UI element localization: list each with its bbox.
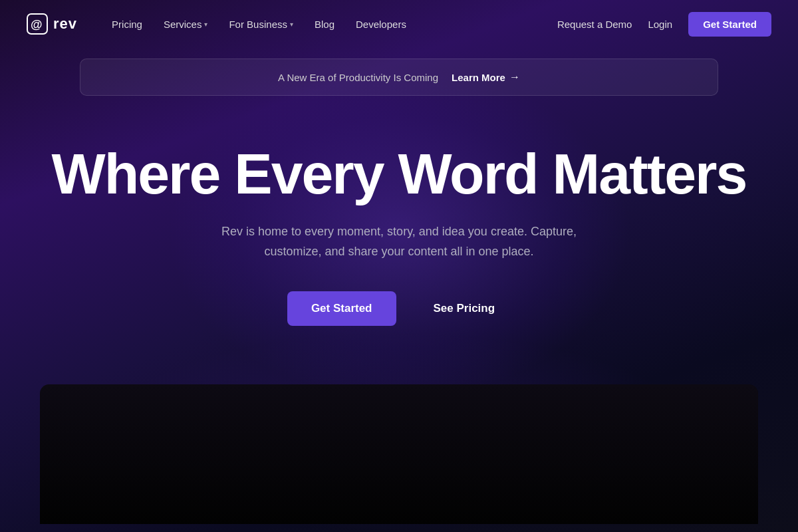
login-link[interactable]: Login bbox=[648, 19, 672, 30]
nav-link-services[interactable]: Services ▾ bbox=[156, 13, 216, 35]
logo-icon: @ bbox=[27, 13, 48, 35]
video-preview-area bbox=[40, 384, 758, 524]
logo-text: rev bbox=[53, 15, 77, 33]
nav-link-blog[interactable]: Blog bbox=[307, 13, 342, 35]
page-wrapper: @ rev Pricing Services ▾ For Business ▾ bbox=[0, 0, 798, 532]
announcement-banner: A New Era of Productivity Is Coming Lear… bbox=[80, 59, 718, 96]
chevron-down-icon: ▾ bbox=[204, 21, 207, 28]
navbar: @ rev Pricing Services ▾ For Business ▾ bbox=[0, 0, 798, 48]
get-started-nav-button[interactable]: Get Started bbox=[688, 12, 771, 37]
chevron-down-icon: ▾ bbox=[290, 21, 293, 28]
nav-link-developers[interactable]: Developers bbox=[348, 13, 414, 35]
nav-link-pricing[interactable]: Pricing bbox=[104, 13, 150, 35]
logo[interactable]: @ rev bbox=[27, 13, 77, 35]
svg-text:@: @ bbox=[31, 18, 43, 31]
see-pricing-link[interactable]: See Pricing bbox=[418, 291, 511, 326]
get-started-hero-button[interactable]: Get Started bbox=[287, 291, 396, 326]
nav-links: Pricing Services ▾ For Business ▾ Blog D… bbox=[104, 13, 414, 35]
hero-title: Where Every Word Matters bbox=[27, 144, 771, 203]
nav-left: @ rev Pricing Services ▾ For Business ▾ bbox=[27, 13, 414, 35]
hero-section: Where Every Word Matters Rev is home to … bbox=[0, 106, 798, 384]
hero-subtitle: Rev is home to every moment, story, and … bbox=[213, 222, 585, 261]
request-demo-link[interactable]: Request a Demo bbox=[557, 19, 632, 30]
nav-right: Request a Demo Login Get Started bbox=[557, 12, 771, 37]
learn-more-link[interactable]: Learn More → bbox=[452, 71, 520, 83]
arrow-right-icon: → bbox=[509, 71, 520, 83]
nav-link-for-business[interactable]: For Business ▾ bbox=[221, 13, 301, 35]
cta-buttons: Get Started See Pricing bbox=[27, 291, 771, 326]
announcement-text: A New Era of Productivity Is Coming bbox=[278, 72, 438, 83]
